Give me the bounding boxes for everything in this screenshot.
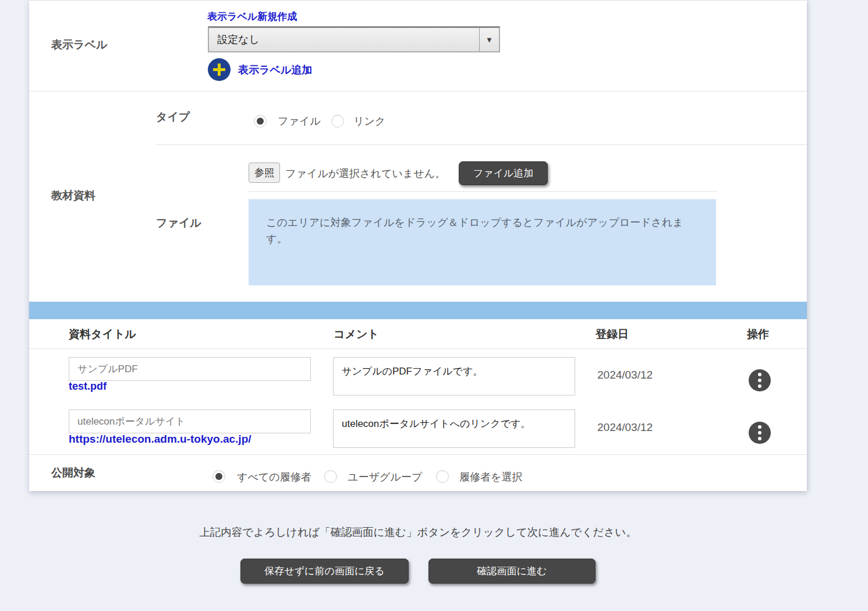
- display-label-select-value: 設定なし: [209, 33, 479, 47]
- material-title-input[interactable]: [69, 409, 311, 433]
- add-display-label-link[interactable]: 表示ラベル追加: [238, 63, 312, 77]
- type-label: タイプ: [156, 110, 190, 125]
- file-row-divider: [249, 191, 717, 192]
- type-radio-link[interactable]: [331, 115, 344, 128]
- row-divider: [29, 454, 807, 455]
- add-file-button[interactable]: ファイル追加: [459, 161, 548, 185]
- material-file-link[interactable]: test.pdf: [69, 380, 107, 393]
- display-label-row-label: 表示ラベル: [51, 37, 107, 52]
- material-title-input[interactable]: [69, 357, 311, 381]
- publish-radio-select-label[interactable]: 履修者を選択: [459, 470, 522, 484]
- col-header-comment: コメント: [334, 327, 379, 342]
- table-accent-bar: [29, 302, 807, 319]
- no-file-selected-text: ファイルが選択されていません。: [285, 167, 445, 181]
- material-comment-input[interactable]: uteleconポータルサイトへのリンクです。: [333, 409, 575, 448]
- dropdown-arrow-icon: ▼: [479, 28, 499, 51]
- page: 表示ラベル 表示ラベル新規作成 設定なし ▼ 表示ラベル追加 教材資料 タイプ …: [0, 0, 868, 611]
- kebab-menu-icon[interactable]: [749, 422, 771, 444]
- col-header-actions: 操作: [747, 327, 769, 342]
- publish-radio-all-label[interactable]: すべての履修者: [237, 470, 311, 484]
- file-label: ファイル: [156, 216, 201, 231]
- kebab-dots: [758, 431, 761, 435]
- publish-radio-select[interactable]: [436, 470, 449, 483]
- proceed-to-confirmation-button[interactable]: 確認画面に進む: [428, 559, 596, 584]
- add-display-label-plus-icon[interactable]: [208, 58, 231, 81]
- form-panel: 表示ラベル 表示ラベル新規作成 設定なし ▼ 表示ラベル追加 教材資料 タイプ …: [29, 0, 807, 491]
- kebab-menu-icon[interactable]: [749, 369, 771, 391]
- plus-icon: [218, 63, 221, 76]
- type-radio-file[interactable]: [254, 115, 267, 128]
- material-comment-input[interactable]: サンプルのPDFファイルです。: [333, 357, 575, 395]
- sub-divider: [156, 144, 807, 145]
- header-divider: [29, 348, 807, 349]
- publish-radio-all[interactable]: [212, 470, 225, 483]
- publish-radio-usergroup[interactable]: [324, 470, 337, 483]
- col-header-title: 資料タイトル: [69, 327, 136, 342]
- publish-radio-usergroup-label[interactable]: ユーザグループ: [348, 470, 422, 484]
- file-dropzone[interactable]: このエリアに対象ファイルをドラッグ＆ドロップするとファイルがアップロードされます…: [249, 199, 716, 285]
- material-row-label: 教材資料: [51, 188, 95, 203]
- type-radio-file-label[interactable]: ファイル: [278, 114, 321, 128]
- col-header-date: 登録日: [596, 327, 629, 342]
- browse-button[interactable]: 参照: [249, 163, 280, 183]
- back-without-saving-button[interactable]: 保存せずに前の画面に戻る: [240, 559, 409, 584]
- kebab-dots: [758, 379, 761, 382]
- material-url-link[interactable]: https://utelecon.adm.u-tokyo.ac.jp/: [69, 433, 251, 446]
- create-display-label-link[interactable]: 表示ラベル新規作成: [207, 10, 297, 23]
- display-label-select[interactable]: 設定なし ▼: [208, 26, 500, 52]
- registration-date: 2024/03/12: [597, 369, 653, 382]
- row-divider: [29, 91, 807, 91]
- registration-date: 2024/03/12: [597, 421, 653, 434]
- confirm-instruction: 上記内容でよろしければ「確認画面に進む」ボタンをクリックして次に進んでください。: [29, 525, 807, 539]
- publish-target-label: 公開対象: [51, 465, 95, 481]
- type-radio-link-label[interactable]: リンク: [353, 114, 385, 128]
